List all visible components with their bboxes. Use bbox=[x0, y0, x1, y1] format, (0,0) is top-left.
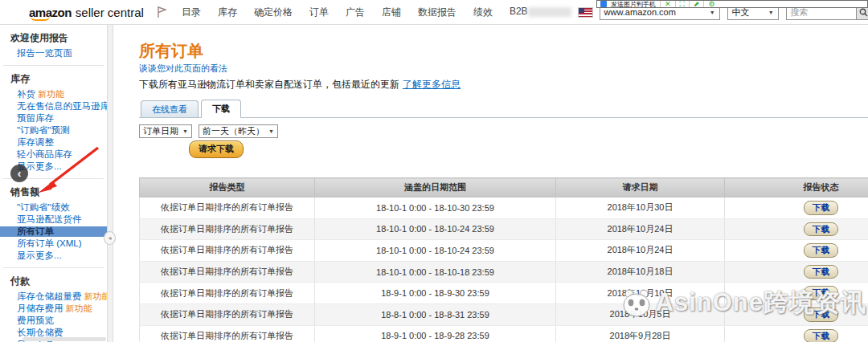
download-button[interactable]: 下载 bbox=[804, 222, 838, 237]
download-button[interactable]: 下载 bbox=[804, 201, 838, 215]
sidebar-item-label: 补货 bbox=[17, 89, 35, 99]
sidebar-item-label: 所有订单 (XML) bbox=[17, 238, 82, 248]
cell-type: 依据订单日期排序的所有订单报告 bbox=[140, 197, 315, 219]
feedback-link[interactable]: 谈谈您对此页面的看法 bbox=[139, 63, 227, 75]
table-row: 依据订单日期排序的所有订单报告18-9-1 0:00 - 18-9-30 23:… bbox=[140, 283, 868, 304]
cell-date: 2018年9月28日 bbox=[556, 325, 725, 342]
sidebar-item-label: 轻小商品库存 bbox=[17, 149, 72, 159]
sidebar-item[interactable]: 费用预览 bbox=[3, 316, 104, 326]
sidebar-item[interactable]: 库存仓储超量费新功能 bbox=[3, 291, 104, 302]
cell-date: 2018年10月5日 bbox=[556, 303, 725, 325]
sidebar-section-title: 付款 bbox=[3, 272, 104, 290]
sidebar: 欢迎使用报告报告一览页面库存补货新功能无在售信息的亚马逊库存预留库存"订购省"预… bbox=[0, 25, 107, 342]
sidebar-collapse-handle[interactable]: ◂ bbox=[104, 231, 116, 245]
report-type-select[interactable]: 订单日期▼ bbox=[139, 124, 192, 138]
cell-type: 依据订单日期排序的所有订单报告 bbox=[140, 325, 315, 342]
cell-status: 下载 bbox=[725, 325, 868, 342]
extension-label: 发送图片到手机 bbox=[611, 0, 656, 8]
cell-type: 依据订单日期排序的所有订单报告 bbox=[140, 261, 315, 283]
table-row: 依据订单日期排序的所有订单报告18-8-1 0:00 - 18-8-31 23:… bbox=[140, 303, 868, 325]
tab-view-online[interactable]: 在线查看 bbox=[141, 100, 199, 117]
chevron-down-icon: ▼ bbox=[768, 10, 774, 15]
sidebar-section: 销售额"订购省"绩效亚马逊配送货件所有订单所有订单 (XML)显示更多... bbox=[3, 179, 104, 268]
sidebar-item[interactable]: 报告一览页面 bbox=[3, 48, 104, 59]
new-feature-badge: 新功能 bbox=[84, 291, 108, 301]
sidebar-item[interactable]: 库存调整 bbox=[3, 137, 104, 148]
sidebar-section: 付款库存仓储超量费新功能月储存费用新功能费用预览长期仓储费显示更多... bbox=[3, 268, 104, 342]
sidebar-item[interactable]: 预留库存 bbox=[3, 113, 104, 124]
sidebar-item[interactable]: 补货新功能 bbox=[3, 89, 104, 100]
sidebar-horizontal-scrollbar[interactable] bbox=[23, 337, 106, 341]
sidebar-item-label: 亚马逊配送货件 bbox=[17, 214, 82, 224]
sidebar-section: 欢迎使用报告报告一览页面 bbox=[3, 25, 104, 66]
sidebar-item[interactable]: 所有订单 (XML) bbox=[3, 238, 104, 249]
sidebar-item[interactable]: 无在售信息的亚马逊库存 bbox=[3, 101, 104, 112]
nav-item[interactable]: 广告 bbox=[346, 6, 365, 19]
main-content: 所有订单 谈谈您对此页面的看法 下载所有亚马逊物流订单和卖家自配送订单，包括最近… bbox=[114, 25, 868, 342]
save-icon[interactable]: ⛶ bbox=[675, 1, 685, 8]
cell-type: 依据订单日期排序的所有订单报告 bbox=[140, 283, 315, 304]
download-filters: 订单日期▼ 前一天（昨天）▼ 请求下载 bbox=[139, 124, 868, 158]
cell-status: 下载 bbox=[725, 303, 868, 325]
date-range-select[interactable]: 前一天（昨天）▼ bbox=[199, 124, 278, 138]
sidebar-item[interactable]: 亚马逊配送货件 bbox=[3, 214, 104, 225]
nav-item[interactable]: 店铺 bbox=[382, 6, 401, 19]
sidebar-scrollbar[interactable] bbox=[107, 25, 113, 342]
sidebar-item[interactable]: 轻小商品库存 bbox=[3, 149, 104, 160]
cell-range: 18-10-1 0:00 - 18-10-24 23:59 bbox=[315, 218, 556, 240]
download-button[interactable]: 下载 bbox=[804, 243, 838, 258]
sidebar-item[interactable]: "订购省"绩效 bbox=[3, 202, 104, 213]
sidebar-item-label: 显示更多... bbox=[17, 250, 62, 260]
cell-range: 18-8-1 0:00 - 18-8-31 23:59 bbox=[315, 303, 556, 325]
cell-range: 18-10-1 0:00 - 18-10-30 23:59 bbox=[315, 197, 556, 219]
learn-more-link[interactable]: 了解更多信息 bbox=[403, 79, 461, 90]
request-download-button[interactable]: 请求下载 bbox=[189, 140, 244, 158]
nav-item[interactable]: 库存 bbox=[218, 6, 237, 19]
sidebar-item[interactable]: 月储存费用新功能 bbox=[3, 303, 104, 314]
column-header: 请求日期 bbox=[556, 178, 725, 197]
cell-date: 2018年10月10日 bbox=[556, 283, 725, 304]
download-button[interactable]: 下载 bbox=[804, 265, 838, 279]
amazon-seller-central-logo[interactable]: amazon seller central bbox=[29, 6, 144, 19]
sidebar-item[interactable]: 所有订单 bbox=[0, 226, 107, 237]
cell-date: 2018年10月24日 bbox=[556, 218, 725, 240]
seller-central-logo-text: seller central bbox=[76, 6, 144, 19]
nav-item[interactable]: 目录 bbox=[182, 6, 201, 19]
sidebar-item-label: 无在售信息的亚马逊库存 bbox=[17, 101, 107, 111]
download-button[interactable]: 下载 bbox=[804, 286, 838, 300]
cut-icon[interactable]: ✕ bbox=[660, 1, 671, 8]
column-header: 报告状态 bbox=[725, 178, 868, 197]
browser-extension-bar: 发送图片到手机 ✕ ⛶ ⬈ ⚙ bbox=[596, 0, 868, 8]
page-description: 下载所有亚马逊物流订单和卖家自配送订单，包括最近的更新了解更多信息 bbox=[139, 79, 868, 90]
cell-date: 2018年10月18日 bbox=[556, 261, 725, 283]
share-icon[interactable]: ⬈ bbox=[689, 1, 700, 8]
nav-item[interactable]: 数据报告 bbox=[418, 6, 457, 19]
download-button[interactable]: 下载 bbox=[804, 329, 838, 342]
cell-range: 18-10-1 0:00 - 18-10-18 23:59 bbox=[315, 261, 556, 283]
cell-range: 18-9-1 0:00 - 18-9-28 23:59 bbox=[315, 325, 556, 342]
sidebar-item-label: 所有订单 bbox=[17, 226, 54, 236]
account-name-redacted bbox=[528, 7, 571, 17]
settings-icon[interactable]: ⚙ bbox=[703, 1, 714, 8]
cell-date: 2018年10月30日 bbox=[556, 197, 725, 219]
nav-item[interactable]: 确定价格 bbox=[254, 6, 293, 19]
sidebar-item-label: 报告一览页面 bbox=[17, 48, 72, 58]
pennant-flag-icon bbox=[157, 6, 167, 18]
nav-item[interactable]: 订单 bbox=[309, 6, 329, 19]
chevron-down-icon: ▼ bbox=[182, 128, 188, 134]
sidebar-item-label: 预留库存 bbox=[17, 113, 54, 123]
cell-type: 依据订单日期排序的所有订单报告 bbox=[140, 218, 315, 240]
sidebar-item[interactable]: "订购省"预测 bbox=[3, 125, 104, 136]
tab-download[interactable]: 下载 bbox=[201, 100, 241, 118]
cell-date: 2018年10月24日 bbox=[556, 240, 725, 262]
description-text: 下载所有亚马逊物流订单和卖家自配送订单，包括最近的更新 bbox=[139, 79, 399, 90]
nav-item[interactable]: B2B bbox=[510, 6, 528, 19]
new-feature-badge: 新功能 bbox=[38, 89, 64, 99]
cell-range: 18-9-1 0:00 - 18-9-30 23:59 bbox=[315, 283, 556, 304]
sidebar-item-label: 库存调整 bbox=[17, 137, 54, 147]
amazon-smile-icon bbox=[31, 16, 50, 21]
us-flag-icon bbox=[579, 8, 592, 17]
download-button[interactable]: 下载 bbox=[804, 307, 838, 322]
sidebar-item[interactable]: 显示更多... bbox=[3, 250, 104, 261]
nav-item[interactable]: 绩效 bbox=[473, 6, 493, 19]
